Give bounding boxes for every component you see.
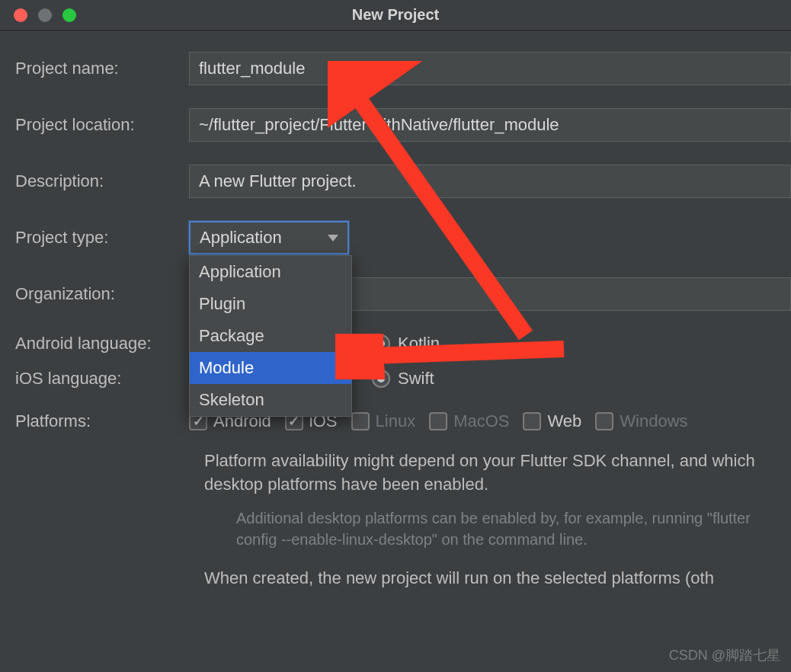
description-label: Description: <box>15 171 189 191</box>
checkbox-icon <box>351 412 370 430</box>
project-name-input[interactable] <box>189 52 791 85</box>
project-name-label: Project name: <box>15 59 189 78</box>
ios-lang-radio-swift[interactable]: Swift <box>372 369 434 389</box>
project-location-label: Project location: <box>15 115 189 135</box>
platform-checkbox-macos[interactable]: MacOS <box>429 411 509 431</box>
project-type-select[interactable]: Application <box>189 221 349 254</box>
minimize-window-button[interactable] <box>38 8 52 22</box>
platform-checkbox-web[interactable]: Web <box>523 411 581 431</box>
checkbox-label: MacOS <box>453 411 509 431</box>
traffic-lights <box>14 8 76 22</box>
checkbox-icon <box>595 412 613 430</box>
platform-checkbox-linux[interactable]: Linux <box>351 411 416 431</box>
android-language-label: Android language: <box>15 334 189 354</box>
checkbox-icon <box>429 412 447 430</box>
form-area: Project name: Project location: Descript… <box>0 30 791 590</box>
checkbox-label: Linux <box>376 411 416 431</box>
radio-label: Swift <box>398 369 434 389</box>
desktop-hint-text: Additional desktop platforms can be enab… <box>236 507 791 550</box>
organization-label: Organization: <box>15 284 189 304</box>
radio-label: Kotlin <box>398 334 440 354</box>
checkbox-icon <box>523 412 541 430</box>
titlebar: New Project <box>0 0 791 30</box>
description-input[interactable] <box>189 165 791 198</box>
dropdown-item[interactable]: Plugin <box>190 288 351 320</box>
dropdown-item[interactable]: Application <box>190 256 351 288</box>
radio-icon <box>372 370 390 388</box>
checkbox-label: Web <box>547 411 581 431</box>
watermark: CSDN @脚踏七星 <box>669 646 780 664</box>
close-window-button[interactable] <box>14 8 27 22</box>
platforms-label: Platforms: <box>15 411 189 431</box>
dropdown-item[interactable]: Package <box>190 320 351 352</box>
dropdown-item[interactable]: Module <box>190 352 351 384</box>
dropdown-item[interactable]: Skeleton <box>190 384 351 416</box>
project-type-label: Project type: <box>15 228 189 248</box>
run-info-text: When created, the new project will run o… <box>204 567 791 590</box>
checkbox-label: Windows <box>620 411 687 431</box>
project-type-selected: Application <box>200 228 282 248</box>
project-location-input[interactable] <box>189 108 791 142</box>
platform-checkbox-windows[interactable]: Windows <box>595 411 687 431</box>
project-type-dropdown[interactable]: ApplicationPluginPackageModuleSkeleton <box>189 255 352 417</box>
ios-language-label: iOS language: <box>15 369 189 389</box>
organization-input[interactable] <box>351 277 791 311</box>
window-title: New Project <box>352 6 439 24</box>
android-lang-radio-kotlin[interactable]: Kotlin <box>372 334 440 354</box>
radio-icon <box>372 334 390 353</box>
chevron-down-icon <box>328 235 338 242</box>
platform-info-text: Platform availability might depend on yo… <box>204 450 791 497</box>
maximize-window-button[interactable] <box>62 8 76 22</box>
